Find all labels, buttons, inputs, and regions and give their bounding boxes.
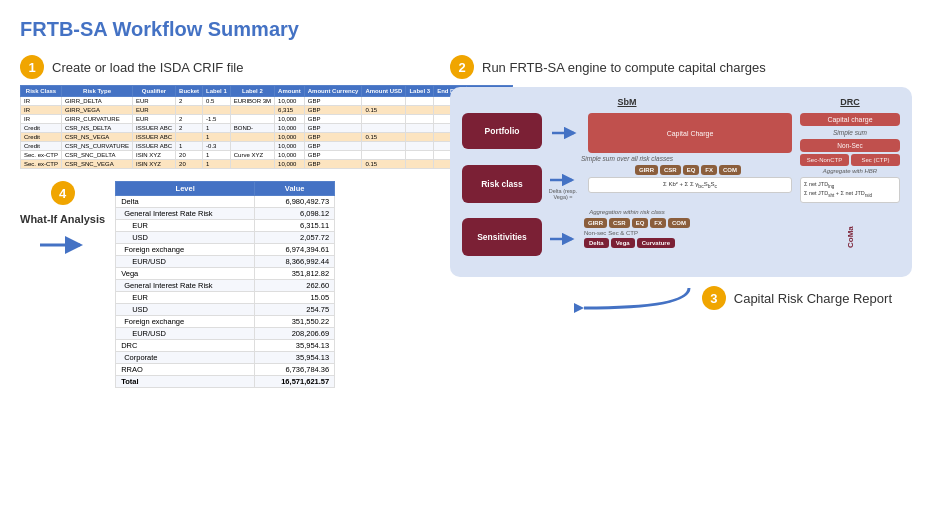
- table-row: EUR/USD208,206.69: [116, 328, 335, 340]
- step3-circle: 3: [702, 286, 726, 310]
- drc-sec-nonctp: Sec-NonCTP: [800, 154, 849, 166]
- whatif-section: 4 What-If Analysis: [20, 181, 440, 388]
- step2-label: Run FRTB-SA engine to compute capital ch…: [482, 60, 766, 75]
- delta-tag: Delta: [584, 238, 609, 248]
- whatif-arrow-icon: [38, 235, 88, 255]
- drc-capital-charge: Capital charge: [800, 113, 900, 126]
- crif-th-qualifier: Qualifier: [133, 86, 176, 97]
- table-row: CreditCSR_NS_VEGAISSUER ABC110,000GBP0.1…: [21, 133, 513, 142]
- table-row: CreditCSR_NS_DELTAISSUER ABC21BOND-10,00…: [21, 124, 513, 133]
- riskclass-arrow-icon: [548, 172, 578, 188]
- table-row: EUR15.05: [116, 292, 335, 304]
- sens-arrow-icon: [548, 231, 578, 247]
- sens-fx: FX: [650, 218, 666, 228]
- table-row: CreditCSR_NS_CURVATUREISSUER ABC1-0.310,…: [21, 142, 513, 151]
- table-row: Foreign exchange351,550.22: [116, 316, 335, 328]
- secctp-label: Sec & CTP: [608, 230, 638, 236]
- crif-th-amtccy: Amount Currency: [304, 86, 362, 97]
- step1-label: Create or load the ISDA CRIF file: [52, 60, 243, 75]
- drc-sec-row: Sec-NonCTP Sec (CTP): [800, 154, 900, 166]
- table-row: Sec. ex-CTPCSR_SNC_DELTAISIN XYZ201Curve…: [21, 151, 513, 160]
- table-row: Delta6,980,492.73: [116, 196, 335, 208]
- results-table: Level Value Delta6,980,492.73 General In…: [115, 181, 335, 388]
- crif-th-amount: Amount: [275, 86, 305, 97]
- sens-csr: CSR: [609, 218, 630, 228]
- drc-sec-ctp: Sec (CTP): [851, 154, 900, 166]
- crif-th-riskclass: Risk Class: [21, 86, 62, 97]
- sbm-title: SbM: [462, 97, 792, 107]
- step2-circle: 2: [450, 55, 474, 79]
- simple-sum-label: Simple sum over all risk classes: [462, 155, 792, 162]
- girr-tag: GIRR: [635, 165, 658, 175]
- sens-girr: GIRR: [584, 218, 607, 228]
- eq-tag: EQ: [683, 165, 700, 175]
- nonsec-label: Non-sec: [584, 230, 606, 236]
- crif-th-risktype: Risk Type: [62, 86, 133, 97]
- sbm-column: SbM Portfolio: [462, 97, 792, 267]
- drc-simple-sum: Simple sum: [800, 129, 900, 136]
- sens-eq: EQ: [632, 218, 649, 228]
- csr-tag: CSR: [660, 165, 681, 175]
- agg-label: Aggregation within risk class: [462, 209, 792, 215]
- drc-column: DRC Capital charge Simple sum Non-Sec Se…: [800, 97, 900, 267]
- agg-hbr-label: Aggregate with HBR: [800, 168, 900, 174]
- crif-th-label1: Label 1: [203, 86, 231, 97]
- table-row: Total16,571,621.57: [116, 376, 335, 388]
- crif-th-bucket: Bucket: [176, 86, 203, 97]
- results-th-value: Value: [255, 182, 335, 196]
- step1-circle: 1: [20, 55, 44, 79]
- drc-non-sec-block: Non-Sec: [800, 139, 900, 152]
- table-row: EUR/USD8,366,992.44: [116, 256, 335, 268]
- crif-th-amtusd: Amount USD: [362, 86, 406, 97]
- table-row: Vega351,812.82: [116, 268, 335, 280]
- table-row: General Interest Rate Risk262.60: [116, 280, 335, 292]
- step3-row: 3 Capital Risk Charge Report: [450, 283, 912, 313]
- table-row: IRGIRR_DELTAEUR20.5EURIBOR 3M10,000GBP: [21, 97, 513, 106]
- results-th-level: Level: [116, 182, 255, 196]
- sens-com: COM: [668, 218, 690, 228]
- table-row: Foreign exchange6,974,394.61: [116, 244, 335, 256]
- step4-label: What-If Analysis: [20, 213, 105, 225]
- left-column: 1 Create or load the ISDA CRIF file Risk…: [20, 55, 440, 388]
- table-row: USD254.75: [116, 304, 335, 316]
- table-row: EUR6,315.11: [116, 220, 335, 232]
- coma-label: CoMa: [846, 207, 855, 267]
- crif-th-label3: Label 3: [406, 86, 434, 97]
- page-title: FRTB-SA Workflow Summary: [20, 18, 912, 41]
- table-row: Sec. ex-CTPCSR_SNC_VEGAISIN XYZ20110,000…: [21, 160, 513, 169]
- table-row: USD2,057.72: [116, 232, 335, 244]
- table-row: RRAO6,736,784.36: [116, 364, 335, 376]
- table-row: IRGIRR_VEGAEUR6,315GBP0.15: [21, 106, 513, 115]
- vega-tag: Vega: [611, 238, 635, 248]
- table-row: DRC35,954.13: [116, 340, 335, 352]
- table-row: IRGIRR_CURVATUREEUR2-1.510,000GBP: [21, 115, 513, 124]
- crif-table: Risk Class Risk Type Qualifier Bucket La…: [20, 85, 513, 169]
- step2-row: 2 Run FRTB-SA engine to compute capital …: [450, 55, 912, 79]
- capital-charge-btn: Capital Charge: [588, 113, 792, 153]
- step3-arrow-icon: [574, 283, 694, 313]
- risk-class-block: Risk class: [462, 165, 542, 203]
- drc-title: DRC: [800, 97, 900, 107]
- sbm-drc-diagram: SbM Portfolio: [450, 87, 912, 277]
- curvature-tag: Curvature: [637, 238, 675, 248]
- table-row: Corporate35,954.13: [116, 352, 335, 364]
- crif-th-label2: Label 2: [230, 86, 274, 97]
- step4-circle: 4: [51, 181, 75, 205]
- step4-area: 4 What-If Analysis: [20, 181, 105, 255]
- portfolio-block: Portfolio: [462, 113, 542, 149]
- com-tag: COM: [719, 165, 741, 175]
- table-row: General Interest Rate Risk6,098.12: [116, 208, 335, 220]
- sensitivities-block: Sensitivities: [462, 218, 542, 256]
- portfolio-arrow-icon: [550, 125, 580, 141]
- right-column: 2 Run FRTB-SA engine to compute capital …: [450, 55, 912, 388]
- step1-row: 1 Create or load the ISDA CRIF file: [20, 55, 440, 79]
- fx-tag: FX: [701, 165, 717, 175]
- formula-box: Σ Kb² + Σ Σ γbcSbSc: [588, 177, 792, 193]
- step3-label: Capital Risk Charge Report: [734, 291, 892, 306]
- drc-formula: Σ net JTDlng Σ net JTDsht + Σ net JTDrsi…: [800, 177, 900, 203]
